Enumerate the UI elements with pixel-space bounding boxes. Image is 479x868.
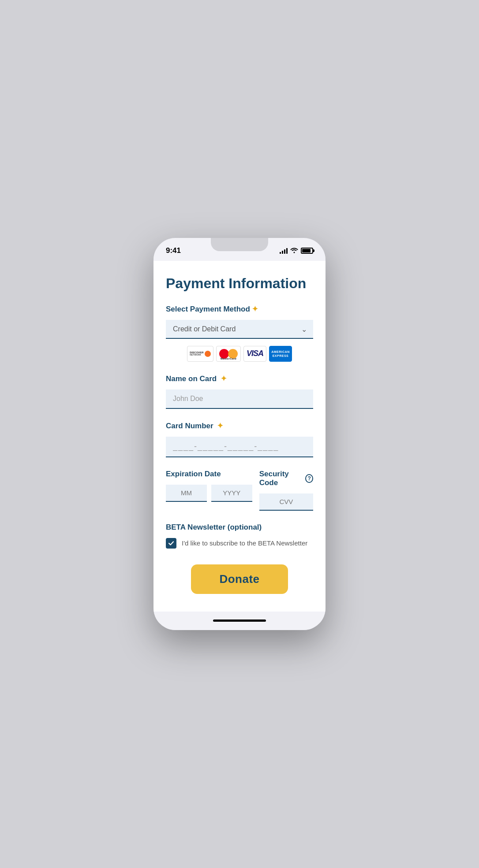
- name-on-card-label: Name on Card ✦: [166, 374, 313, 383]
- card-number-group: Card Number ✦: [166, 421, 313, 457]
- wifi-icon: [290, 247, 298, 255]
- name-on-card-group: Name on Card ✦: [166, 374, 313, 409]
- card-logos: DISCOVER NETWORK MasterCard VISA: [166, 346, 313, 362]
- checkmark-icon: [168, 540, 174, 546]
- status-icons: [280, 247, 313, 255]
- expiry-year-input[interactable]: [211, 485, 252, 502]
- payment-method-label: Select Payment Method✦: [166, 304, 313, 314]
- expiry-month-input[interactable]: [166, 485, 207, 502]
- phone-frame: 9:41 Payment Information: [153, 238, 326, 630]
- name-on-card-input[interactable]: [166, 389, 313, 409]
- expiry-inputs: [166, 485, 252, 502]
- newsletter-label: BETA Newsletter (optional): [166, 523, 313, 532]
- visa-logo: VISA: [243, 346, 266, 362]
- amex-logo: AMERICANEXPRESS: [269, 346, 292, 362]
- discover-logo: DISCOVER NETWORK: [187, 346, 213, 362]
- newsletter-checkbox[interactable]: [166, 538, 176, 549]
- status-time: 9:41: [166, 246, 181, 255]
- page-title: Payment Information: [166, 275, 313, 292]
- payment-method-group: Select Payment Method✦ Credit or Debit C…: [166, 304, 313, 362]
- required-star: ✦: [252, 305, 258, 313]
- expiry-section: Expiration Date: [166, 470, 252, 502]
- newsletter-checkbox-label: I'd like to subscribe to the BETA Newsle…: [182, 539, 307, 547]
- newsletter-section: BETA Newsletter (optional) I'd like to s…: [166, 523, 313, 549]
- battery-icon: [301, 248, 313, 254]
- security-label-row: Security Code ?: [259, 470, 313, 487]
- donate-button[interactable]: Donate: [191, 564, 288, 594]
- newsletter-checkbox-row: I'd like to subscribe to the BETA Newsle…: [166, 538, 313, 549]
- cvv-section: Security Code ?: [259, 470, 313, 511]
- security-code-label: Security Code: [259, 470, 303, 487]
- expiry-label: Expiration Date: [166, 470, 252, 479]
- card-number-label: Card Number ✦: [166, 421, 313, 430]
- cvv-input[interactable]: [259, 493, 313, 511]
- expiry-cvv-row: Expiration Date Security Code ?: [166, 470, 313, 511]
- notch: [211, 238, 268, 251]
- mastercard-logo: MasterCard: [216, 346, 241, 362]
- signal-icon: [280, 248, 288, 254]
- payment-method-select[interactable]: Credit or Debit Card PayPal Bank Transfe…: [166, 320, 313, 339]
- security-code-help-icon[interactable]: ?: [305, 474, 313, 483]
- home-indicator-area: [153, 612, 326, 630]
- card-number-input[interactable]: [166, 437, 313, 457]
- required-star-3: ✦: [215, 422, 224, 430]
- main-content: Payment Information Select Payment Metho…: [153, 261, 326, 611]
- home-indicator: [213, 619, 266, 622]
- payment-method-select-wrapper: Credit or Debit Card PayPal Bank Transfe…: [166, 320, 313, 339]
- required-star-2: ✦: [218, 375, 227, 383]
